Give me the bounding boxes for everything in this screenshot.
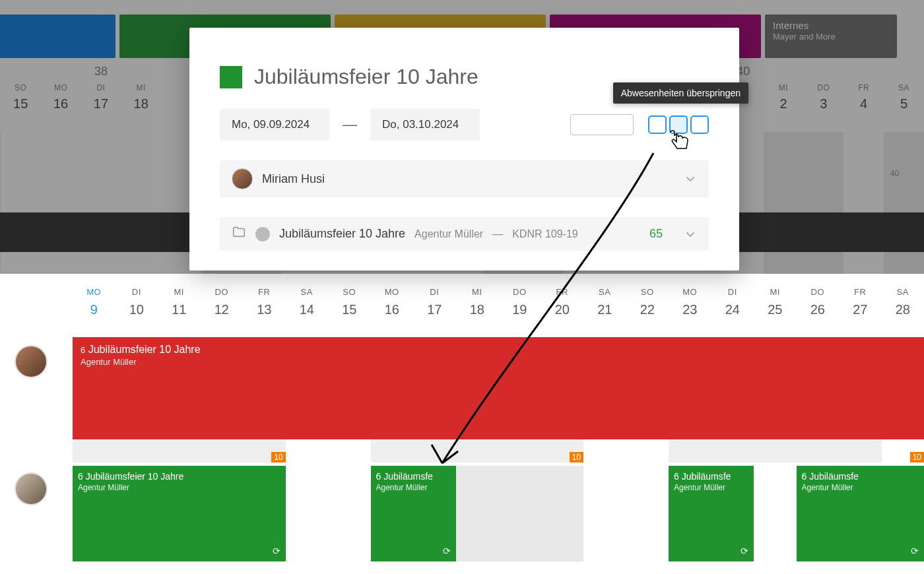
bg-day: DO3: [803, 65, 843, 112]
bg-day: FR4: [843, 65, 884, 112]
bg-day-band: [81, 132, 121, 274]
lower-day[interactable]: SA14: [286, 287, 329, 317]
booking-title: Jubiläumsfeier 10 Jahre: [88, 344, 201, 355]
link-icon: ⟳: [741, 546, 748, 556]
bg-day-band: [884, 132, 924, 274]
result-timeline: MO9DI10MI11DO12FR13SA14SO15MO16DI17MI18D…: [0, 287, 924, 574]
lower-day[interactable]: SO22: [626, 287, 669, 317]
empty-day: [583, 466, 626, 561]
day-cell: [711, 439, 754, 462]
bg-day-band: [41, 132, 81, 274]
customer-number: KDNR 109-19: [512, 228, 578, 240]
booking-block[interactable]: 6 JubiläumsfeAgentur Müller⟳: [797, 466, 925, 561]
date-range-row: Mo, 09.09.2024 — Do, 03.10.2024 Abwesenh…: [220, 109, 709, 141]
date-to-field[interactable]: Do, 03.10.2024: [370, 109, 480, 141]
lane1-footer-cells: 101010: [73, 439, 924, 462]
project-hours: 65: [649, 227, 663, 241]
absence-day: [541, 466, 584, 561]
link-icon: ⟳: [911, 546, 919, 556]
booking-bar-continuous[interactable]: 6 Jubiläumsfeier 10 Jahre Agentur Müller: [73, 337, 924, 439]
day-cell: [583, 439, 626, 462]
skip-absences-tooltip: Abwesenheiten überspringen: [613, 82, 748, 104]
lower-day[interactable]: SA21: [583, 287, 626, 317]
overbooking-badge: 10: [570, 452, 583, 462]
week-number-tiny: 40: [890, 169, 899, 178]
assignee-row[interactable]: Miriam Husi: [220, 160, 709, 197]
lower-day[interactable]: FR13: [243, 287, 286, 317]
hours-input[interactable]: [570, 114, 634, 135]
day-cell: [456, 439, 499, 462]
date-dash: —: [343, 116, 357, 133]
assignee-name: Miriam Husi: [262, 172, 325, 186]
separator: —: [492, 228, 503, 240]
bg-day: 38DI17: [81, 65, 121, 112]
empty-day: [754, 466, 797, 561]
segment-option-1[interactable]: [648, 115, 667, 134]
overbooking-badge: 10: [910, 452, 924, 462]
booking-block[interactable]: 6 JubiläumsfeAgentur Müller⟳: [669, 466, 754, 561]
day-cell: [626, 439, 669, 462]
absence-day: [456, 466, 499, 561]
link-icon: ⟳: [273, 546, 280, 556]
bg-day-band: [803, 132, 843, 274]
mini-avatar: [255, 227, 270, 241]
lower-day[interactable]: DI17: [413, 287, 456, 317]
project-color-swatch[interactable]: [220, 66, 242, 88]
avatar: [232, 168, 253, 189]
day-cell: [201, 439, 244, 462]
project-card[interactable]: aunch WebsiteP AG: [0, 15, 116, 58]
lower-day[interactable]: SO15: [328, 287, 371, 317]
avatar[interactable]: [15, 472, 48, 505]
segment-option-3[interactable]: [690, 115, 709, 134]
lower-day[interactable]: DO19: [498, 287, 541, 317]
day-cell: [413, 439, 456, 462]
bg-day-band: [1, 132, 41, 274]
bg-day: MI18: [121, 65, 161, 112]
lower-day[interactable]: DO26: [797, 287, 840, 317]
day-cell: [328, 439, 371, 462]
lower-day[interactable]: MI18: [456, 287, 499, 317]
chevron-down-icon: [684, 172, 697, 185]
bg-day: SO15: [1, 65, 41, 112]
segment-option-2-skip-absences[interactable]: [669, 115, 688, 134]
empty-day: [626, 466, 669, 561]
day-cell: [498, 439, 541, 462]
lower-day-header: MO9DI10MI11DO12FR13SA14SO15MO16DI17MI18D…: [73, 287, 924, 317]
link-icon: ⟳: [443, 546, 451, 556]
lower-day[interactable]: DO12: [201, 287, 244, 317]
booking-modal: Jubiläumsfeier 10 Jahre Mo, 09.09.2024 —…: [189, 28, 739, 271]
lower-day[interactable]: MO23: [669, 287, 711, 317]
lower-day[interactable]: MI25: [754, 287, 797, 317]
booking-block[interactable]: 6 Jubiläumsfeier 10 JahreAgentur Müller⟳: [73, 466, 286, 561]
project-agency: Agentur Müller: [414, 228, 483, 240]
booking-block[interactable]: 6 JubiläumsfeAgentur Müller⟳: [371, 466, 456, 561]
bg-day: MI2: [764, 65, 804, 112]
modal-title: Jubiläumsfeier 10 Jahre: [254, 65, 478, 89]
bg-day: SA5: [884, 65, 924, 112]
day-cell: [839, 439, 882, 462]
lower-day[interactable]: FR27: [839, 287, 882, 317]
lower-day[interactable]: MO16: [371, 287, 414, 317]
lower-day[interactable]: MI11: [158, 287, 201, 317]
lower-day[interactable]: FR20: [541, 287, 584, 317]
booking-bar-split-row: 6 Jubiläumsfeier 10 JahreAgentur Müller⟳…: [73, 466, 924, 561]
day-cell: [669, 439, 711, 462]
avatar[interactable]: [15, 345, 48, 378]
date-from-field[interactable]: Mo, 09.09.2024: [220, 109, 329, 141]
day-cell: 10: [541, 439, 584, 462]
project-row[interactable]: Jubiläumsfeier 10 Jahre Agentur Müller —…: [220, 217, 709, 251]
booking-subtitle: Agentur Müller: [81, 357, 916, 367]
lower-day[interactable]: DI24: [711, 287, 754, 317]
day-cell: [116, 439, 158, 462]
lower-day[interactable]: MO9: [73, 287, 116, 317]
bg-day: MO16: [41, 65, 81, 112]
lower-day[interactable]: SA28: [882, 287, 925, 317]
lower-day[interactable]: DI10: [116, 287, 158, 317]
project-card[interactable]: InternesMayer and More: [765, 15, 897, 58]
day-cell: 10: [243, 439, 286, 462]
absence-day: [498, 466, 541, 561]
day-cell: [754, 439, 797, 462]
segment-toggle: [648, 115, 709, 134]
day-cell: 10: [882, 439, 925, 462]
overbooking-badge: 10: [271, 452, 285, 462]
